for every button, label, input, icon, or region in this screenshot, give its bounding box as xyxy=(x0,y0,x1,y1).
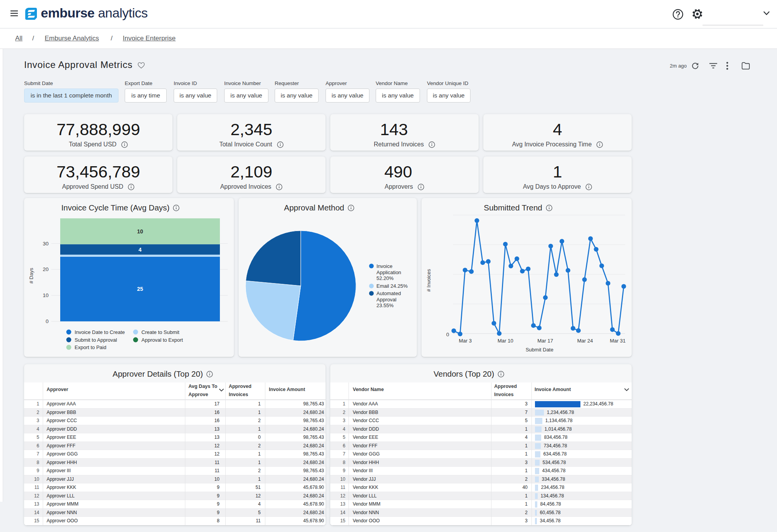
svg-text:10: 10 xyxy=(43,292,49,298)
svg-text:52.20%: 52.20% xyxy=(376,275,394,281)
svg-text:4: 4 xyxy=(139,247,142,253)
svg-text:Email 24.25%: Email 24.25% xyxy=(376,283,408,289)
svg-text:23.55%: 23.55% xyxy=(376,303,394,308)
svg-text:Mar 24: Mar 24 xyxy=(577,338,593,344)
svg-text:Mar 10: Mar 10 xyxy=(498,338,513,344)
svg-text:Invoice: Invoice xyxy=(376,263,392,269)
svg-text:Submit Date: Submit Date xyxy=(526,347,554,353)
svg-text:10: 10 xyxy=(137,228,143,235)
svg-text:# Days: # Days xyxy=(28,268,34,283)
svg-text:0: 0 xyxy=(45,318,49,324)
svg-text:Export to Paid: Export to Paid xyxy=(75,344,106,350)
svg-text:Mar 31: Mar 31 xyxy=(610,338,625,344)
svg-text:Approval to Export: Approval to Export xyxy=(141,337,183,343)
svg-text:Submit to Approval: Submit to Approval xyxy=(75,337,117,343)
svg-text:# Invoices: # Invoices xyxy=(426,269,432,292)
svg-text:Automated: Automated xyxy=(376,290,401,296)
svg-text:Application: Application xyxy=(376,269,401,275)
svg-text:Invoice Date to Create: Invoice Date to Create xyxy=(75,329,125,335)
svg-text:Mar 17: Mar 17 xyxy=(537,338,553,344)
svg-text:Create to Submit: Create to Submit xyxy=(141,329,179,335)
svg-text:Mar 3: Mar 3 xyxy=(459,338,472,344)
svg-text:0: 0 xyxy=(446,332,449,337)
svg-text:Approval: Approval xyxy=(376,297,396,303)
svg-text:25: 25 xyxy=(137,286,143,292)
svg-text:20: 20 xyxy=(43,266,49,272)
svg-text:30: 30 xyxy=(43,241,49,247)
